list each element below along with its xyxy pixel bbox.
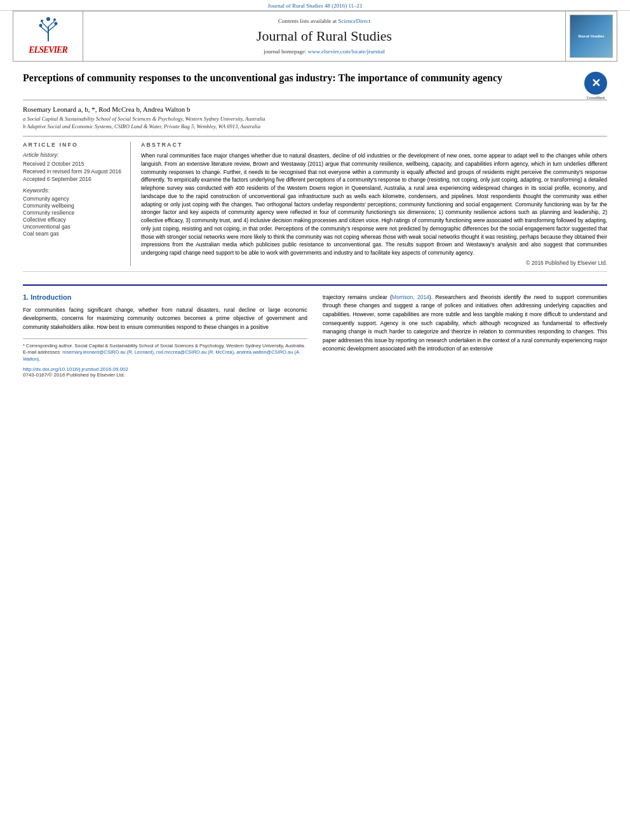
- abstract-column: ABSTRACT When rural communities face maj…: [141, 142, 607, 266]
- abstract-text: When rural communities face major change…: [141, 152, 607, 257]
- email-addresses[interactable]: rosemary.leonard@CSIRO.au (R. Leonard), …: [23, 349, 300, 362]
- keyword-3: Community resilience: [23, 210, 124, 216]
- introduction-section: 1. Introduction For communities facing s…: [23, 284, 607, 378]
- intro-section-title: Introduction: [30, 293, 71, 301]
- section-divider: [23, 271, 607, 272]
- homepage-url[interactable]: www.elsevier.com/locate/jrurstud: [308, 48, 385, 55]
- intro-heading: 1. Introduction: [23, 293, 307, 301]
- received-date: Received 2 October 2015: [23, 161, 124, 167]
- affiliation-b: b Adaptive Social and Economic Systems, …: [23, 123, 607, 130]
- elsevier-logo-section: ELSEVIER: [13, 11, 83, 61]
- article-content: Perceptions of community responses to th…: [0, 62, 630, 388]
- elsevier-tree-icon: [29, 17, 67, 43]
- elsevier-wordmark: ELSEVIER: [29, 45, 67, 55]
- homepage-label: journal homepage:: [264, 48, 306, 55]
- crossmark-badge: ✕ CrossMark: [584, 72, 607, 95]
- footnote-section: * Corresponding author. Social Capital &…: [23, 338, 307, 363]
- footnote-corresponding: * Corresponding author. Social Capital &…: [23, 343, 307, 350]
- intro-left-column: 1. Introduction For communities facing s…: [23, 293, 307, 378]
- issn-line: 0743-0167/© 2016 Published by Elsevier L…: [23, 372, 307, 378]
- authors-line: Rosemary Leonard a, b, *, Rod McCrea b, …: [23, 105, 607, 113]
- article-title: Perceptions of community responses to th…: [23, 72, 578, 85]
- svg-point-10: [53, 18, 56, 21]
- keyword-4: Collective efficacy: [23, 217, 124, 223]
- sciencedirect-link[interactable]: ScienceDirect: [338, 18, 370, 24]
- revised-date: Received in revised form 29 August 2016: [23, 168, 124, 175]
- article-info-label: ARTICLE INFO: [23, 142, 124, 148]
- email-label: E-mail addresses:: [23, 349, 61, 355]
- doi-line: http://dx.doi.org/10.1016/j.jrurstud.201…: [23, 366, 307, 372]
- top-citation-text: Journal of Rural Studies 48 (2016) 11–21: [267, 3, 362, 9]
- contents-label: Contents lists available at: [278, 18, 337, 24]
- journal-header-box: ELSEVIER Contents lists available at Sci…: [13, 11, 617, 62]
- intro-right-column: trajectory remains unclear (Morrison, 20…: [323, 293, 607, 378]
- copyright-line: © 2016 Published by Elsevier Ltd.: [141, 260, 607, 266]
- contents-line: Contents lists available at ScienceDirec…: [278, 18, 370, 24]
- journal-title: Journal of Rural Studies: [257, 28, 392, 44]
- doi-link[interactable]: http://dx.doi.org/10.1016/j.jrurstud.201…: [23, 366, 128, 372]
- accepted-date: Accepted 6 September 2016: [23, 176, 124, 182]
- article-info-abstract-cols: ARTICLE INFO Article history: Received 2…: [23, 136, 607, 266]
- footnote-emails: E-mail addresses: rosemary.leonard@CSIRO…: [23, 349, 307, 363]
- homepage-line: journal homepage: www.elsevier.com/locat…: [264, 48, 384, 55]
- keyword-2: Community wellbeing: [23, 203, 124, 209]
- intro-right-text: trajectory remains unclear (Morrison, 20…: [323, 293, 607, 354]
- affiliation-a: a Social Capital & Sustainability School…: [23, 116, 607, 122]
- crossmark-icon: ✕: [584, 72, 607, 95]
- abstract-label: ABSTRACT: [141, 142, 607, 148]
- intro-left-text: For communities facing significant chang…: [23, 306, 307, 332]
- svg-point-8: [54, 22, 57, 25]
- svg-point-9: [41, 20, 43, 22]
- journal-top-citation: Journal of Rural Studies 48 (2016) 11–21: [0, 0, 630, 11]
- svg-point-6: [46, 17, 50, 21]
- history-label: Article history:: [23, 152, 124, 158]
- journal-title-section: Contents lists available at ScienceDirec…: [83, 11, 566, 61]
- keyword-5: Unconventional gas: [23, 223, 124, 230]
- journal-thumbnail-section: Rural Studies: [566, 11, 617, 61]
- page: Journal of Rural Studies 48 (2016) 11–21…: [0, 0, 630, 840]
- keyword-1: Community agency: [23, 196, 124, 202]
- rural-studies-thumbnail: Rural Studies: [570, 15, 613, 58]
- article-title-section: Perceptions of community responses to th…: [23, 72, 607, 100]
- keywords-label: Keywords:: [23, 187, 124, 194]
- thumbnail-label: Rural Studies: [578, 34, 604, 39]
- svg-point-7: [39, 24, 42, 27]
- authors-text: Rosemary Leonard a, b, *, Rod McCrea b, …: [23, 105, 190, 113]
- morrison-link[interactable]: Morrison, 2014: [392, 294, 429, 300]
- intro-section-num: 1.: [23, 293, 29, 301]
- keyword-6: Coal seam gas: [23, 230, 124, 237]
- article-info-column: ARTICLE INFO Article history: Received 2…: [23, 142, 131, 266]
